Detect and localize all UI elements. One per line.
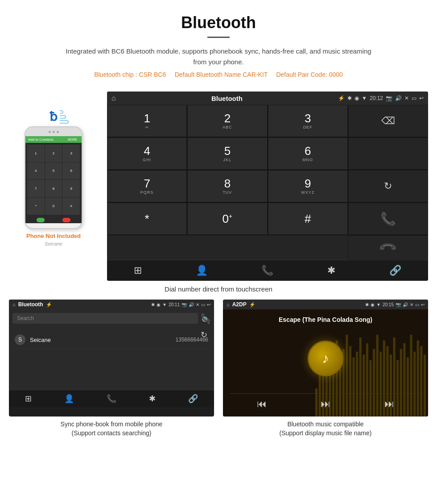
mu-vol-icon: 🔊 [403,302,408,307]
phonebook-caption: Sync phone-book from mobile phone (Suppo… [9,417,214,440]
dialer-key-star[interactable]: * [107,203,187,235]
back-icon[interactable]: ↩ [419,95,424,101]
dialer-key-8[interactable]: 8 TUV [187,170,267,202]
music-screen: ⌂ A2DP ⚡ ✱ ◉ ▼ 20:15 📷 🔊 ✕ ▭ ↩ E [223,300,428,417]
album-art: ♪ [308,341,343,376]
dialer-key-9[interactable]: 9 WXYZ [268,170,348,202]
dialer-key: 1 [27,145,45,162]
dialer-key-7[interactable]: 7 PQRS [107,170,187,202]
dialer-key-2[interactable]: 2 ABC [187,105,267,137]
main-content: ƀ Add to Contacts MORE 1 2 [0,92,437,281]
refresh-side-icon[interactable]: ↻ [201,330,210,340]
pb-gps-icon: ◉ [157,302,161,307]
phone-bottom-bar [25,217,82,223]
pb-back-icon[interactable]: ↩ [207,302,210,307]
call-green-icon: 📞 [380,212,396,226]
pb-bt-icon: ✱ [151,302,155,307]
toolbar-bluetooth-icon[interactable]: ✱ [327,265,335,276]
phone-end-button [62,218,70,222]
pb-toolbar-contacts[interactable]: 👤 [64,394,74,404]
dialer-key: # [62,198,80,215]
mu-signal-icon: ▼ [376,302,381,307]
music-controls: ⏮ ⏭ ⏭ [230,393,421,410]
page-title: Bluetooth [9,13,428,32]
dialer-backspace[interactable]: ⌫ [348,105,428,137]
dialer-key: 6 [62,162,80,180]
mu-home-icon[interactable]: ⌂ [227,302,230,307]
toolbar-contacts-icon[interactable]: 👤 [196,265,208,276]
dialer-key-1[interactable]: 1 ∞ [107,105,187,137]
pb-home-icon[interactable]: ⌂ [12,302,16,307]
dialer-key: 2 [45,145,62,162]
pb-toolbar-phone[interactable]: 📞 [107,394,116,404]
mu-win-icon[interactable]: ▭ [415,302,419,307]
music-center: ♪ [308,341,343,376]
phonebook-statusbar: ⌂ Bluetooth ⚡ ✱ ◉ ▼ 20:11 📷 🔊 ✕ ▭ ↩ [9,300,214,309]
pb-toolbar-link[interactable]: 🔗 [188,394,198,404]
hangup-row: 📞 [107,235,428,260]
phone-side-icon[interactable]: 📞 [201,313,210,323]
usb-icon: ⚡ [338,95,345,101]
mu-back-icon[interactable]: ↩ [421,302,425,307]
phone-dot [49,131,51,133]
toolbar-phone-icon[interactable]: 📞 [261,265,273,276]
dialer-grid: 1 ∞ 2 ABC 3 DEF ⌫ 4 GHI 5 JKL [107,105,428,235]
pb-win-icon[interactable]: ▭ [201,302,205,307]
phonebook-content: Search 🔍 S Seicane 13566664466 📞 ↻ [9,309,214,390]
dialer-refresh[interactable]: ↻ [348,170,428,202]
prev-button[interactable]: ⏮ [257,398,267,410]
mu-bt-icon: ✱ [365,302,369,307]
dialer-call-button[interactable]: 📞 [348,203,428,235]
song-title: Escape (The Pina Colada Song) [279,316,372,323]
music-statusbar: ⌂ A2DP ⚡ ✱ ◉ ▼ 20:15 📷 🔊 ✕ ▭ ↩ [223,300,428,309]
phone-not-included-label: Phone Not Included [26,233,81,239]
time-display: 20:12 [370,95,383,101]
statusbar: ⌂ Bluetooth ⚡ ✱ ◉ ▼ 20:12 📷 🔊 ✕ ▭ ↩ [107,92,428,105]
spec-chip: Bluetooth chip : CSR BC6 [94,71,166,78]
spec-pair: Default Pair Code: 0000 [276,71,342,78]
pb-statusbar-left: ⌂ Bluetooth ⚡ [12,301,52,308]
dialer-key-hash[interactable]: # [268,203,348,235]
bluetooth-signal: ƀ [49,109,58,124]
dialer-key-3[interactable]: 3 DEF [268,105,348,137]
specs-line: Bluetooth chip : CSR BC6 Default Bluetoo… [9,71,428,78]
page-description: Integrated with BC6 Bluetooth module, su… [62,46,375,67]
screen-title: Bluetooth [211,95,243,102]
next-button[interactable]: ⏭ [384,398,394,410]
bt-waves [60,110,69,124]
mu-gps-icon: ◉ [371,302,375,307]
mu-screen-title: A2DP [232,301,247,308]
music-screen-wrap: ⌂ A2DP ⚡ ✱ ◉ ▼ 20:15 📷 🔊 ✕ ▭ ↩ E [223,300,428,440]
pb-statusbar-right: ✱ ◉ ▼ 20:11 📷 🔊 ✕ ▭ ↩ [151,302,210,307]
window-icon[interactable]: ▭ [412,95,416,101]
home-icon[interactable]: ⌂ [111,94,116,102]
backspace-icon: ⌫ [381,115,395,127]
dialer-key-4[interactable]: 4 GHI [107,137,187,170]
toolbar-link-icon[interactable]: 🔗 [389,265,401,276]
phone-dot [53,131,55,133]
dialer-hangup-button[interactable]: 📞 [348,235,428,260]
search-placeholder: Search [17,315,34,321]
mu-time: 20:15 [383,302,394,307]
contact-row[interactable]: S Seicane 13566664466 [12,331,210,349]
pb-toolbar-bt[interactable]: ✱ [149,394,156,404]
dialer-key-6[interactable]: 6 MNO [268,137,348,170]
statusbar-left: ⌂ [111,94,116,102]
search-bar[interactable]: Search [12,313,198,324]
phone-area: ƀ Add to Contacts MORE 1 2 [9,92,98,246]
pb-screen-title: Bluetooth [18,301,43,308]
dialer-key-5[interactable]: 5 JKL [187,137,267,170]
dialer-key: * [27,198,45,215]
pb-toolbar-grid[interactable]: ⊞ [25,394,32,404]
dialer-key-0[interactable]: 0+ [187,203,267,235]
close-icon[interactable]: ✕ [404,95,409,101]
pb-close-icon[interactable]: ✕ [196,302,199,307]
toolbar-grid-icon[interactable]: ⊞ [134,265,142,276]
pb-signal-icon: ▼ [162,302,167,307]
phone-mockup: Add to Contacts MORE 1 2 3 4 5 6 7 8 9 *… [25,126,82,229]
gps-icon: ◉ [355,95,359,101]
refresh-icon: ↻ [384,180,392,192]
phone-call-button [37,218,45,222]
mu-close-icon[interactable]: ✕ [410,302,413,307]
play-pause-button[interactable]: ⏭ [321,398,330,410]
